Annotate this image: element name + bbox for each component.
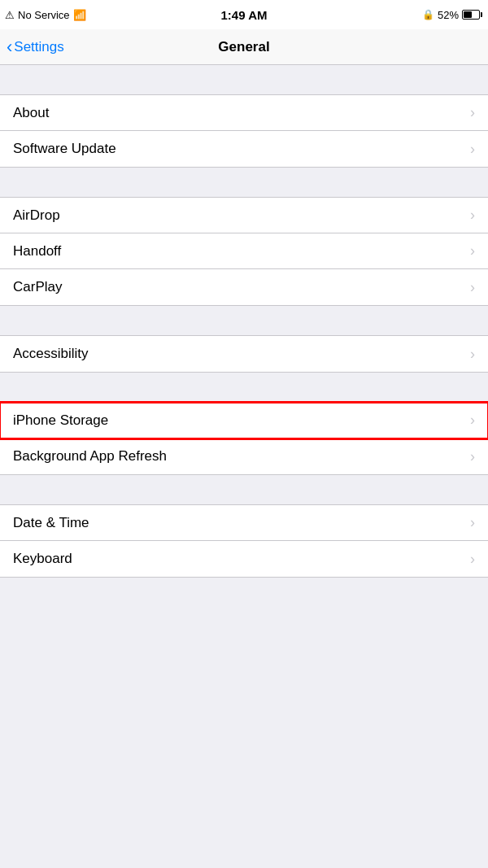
about-chevron-icon: › <box>470 104 475 121</box>
nav-bar: ‹ Settings General <box>0 29 488 65</box>
settings-group-4: iPhone Storage › Background App Refresh … <box>0 402 488 475</box>
about-row[interactable]: About › <box>0 95 488 131</box>
page-title: General <box>218 39 269 55</box>
keyboard-chevron-icon: › <box>470 551 475 568</box>
about-label: About <box>13 105 49 121</box>
date-time-label: Date & Time <box>13 515 89 531</box>
airdrop-label: AirDrop <box>13 207 60 224</box>
accessibility-label: Accessibility <box>13 346 89 362</box>
status-bar: ⚠ No Service 📶 1:49 AM 🔒 52% <box>0 0 488 29</box>
handoff-row[interactable]: Handoff › <box>0 233 488 269</box>
spacer-5 <box>0 475 488 504</box>
status-time: 1:49 AM <box>221 8 268 22</box>
iphone-storage-chevron-icon: › <box>470 412 475 429</box>
back-chevron-icon: ‹ <box>7 37 12 58</box>
software-update-chevron-icon: › <box>470 141 475 158</box>
carplay-label: CarPlay <box>13 279 62 295</box>
settings-group-2: AirDrop › Handoff › CarPlay › <box>0 197 488 306</box>
accessibility-row[interactable]: Accessibility › <box>0 336 488 372</box>
spacer-4 <box>0 373 488 402</box>
date-time-row[interactable]: Date & Time › <box>0 505 488 541</box>
handoff-label: Handoff <box>13 243 61 260</box>
settings-group-3: Accessibility › <box>0 335 488 373</box>
carplay-row[interactable]: CarPlay › <box>0 269 488 305</box>
iphone-storage-row[interactable]: iPhone Storage › <box>0 403 488 438</box>
spacer-2 <box>0 168 488 197</box>
status-right: 🔒 52% <box>422 9 480 21</box>
handoff-chevron-icon: › <box>470 242 475 260</box>
airdrop-chevron-icon: › <box>470 207 475 224</box>
background-app-refresh-label: Background App Refresh <box>13 448 167 465</box>
battery-icon <box>462 10 480 20</box>
lock-icon: 🔒 <box>422 9 434 20</box>
airdrop-row[interactable]: AirDrop › <box>0 198 488 233</box>
no-service-text: No Service <box>18 9 70 21</box>
wifi-icon: 📶 <box>73 9 86 21</box>
settings-content: About › Software Update › AirDrop › Hand… <box>0 65 488 578</box>
settings-group-1: About › Software Update › <box>0 94 488 168</box>
iphone-storage-label: iPhone Storage <box>13 412 108 429</box>
status-left: ⚠ No Service 📶 <box>5 9 86 21</box>
spacer-3 <box>0 306 488 335</box>
battery-percent: 52% <box>438 9 459 21</box>
back-button[interactable]: ‹ Settings <box>7 37 64 58</box>
settings-group-5: Date & Time › Keyboard › <box>0 504 488 578</box>
spacer-1 <box>0 65 488 94</box>
accessibility-chevron-icon: › <box>470 346 475 363</box>
back-label: Settings <box>14 39 63 55</box>
keyboard-label: Keyboard <box>13 551 72 567</box>
background-app-refresh-chevron-icon: › <box>470 448 475 465</box>
date-time-chevron-icon: › <box>470 514 475 531</box>
software-update-row[interactable]: Software Update › <box>0 131 488 167</box>
carplay-chevron-icon: › <box>470 279 475 296</box>
warning-icon: ⚠ <box>5 9 15 21</box>
software-update-label: Software Update <box>13 141 116 157</box>
keyboard-row[interactable]: Keyboard › <box>0 541 488 577</box>
background-app-refresh-row[interactable]: Background App Refresh › <box>0 438 488 474</box>
